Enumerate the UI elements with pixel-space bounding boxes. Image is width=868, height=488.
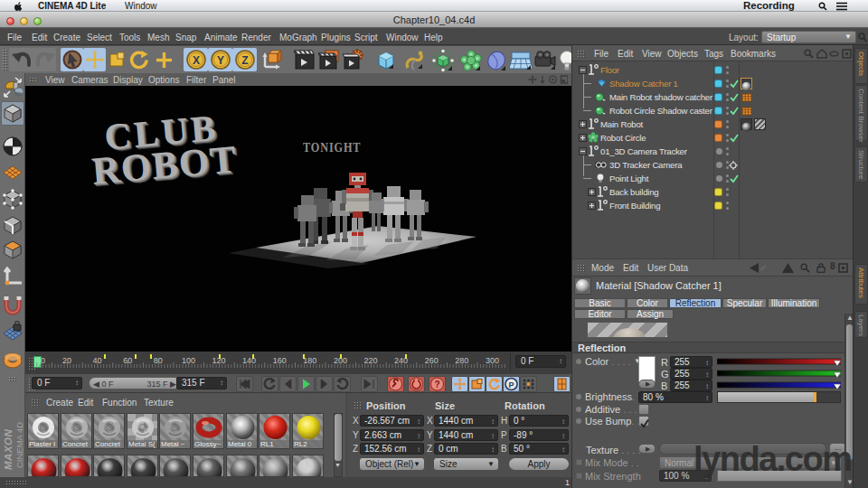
svg-text:Z: Z bbox=[241, 54, 248, 67]
svg-text:?: ? bbox=[434, 380, 439, 389]
svg-text:P: P bbox=[508, 380, 514, 389]
svg-text:X: X bbox=[193, 54, 200, 67]
svg-text:Y: Y bbox=[217, 54, 224, 67]
